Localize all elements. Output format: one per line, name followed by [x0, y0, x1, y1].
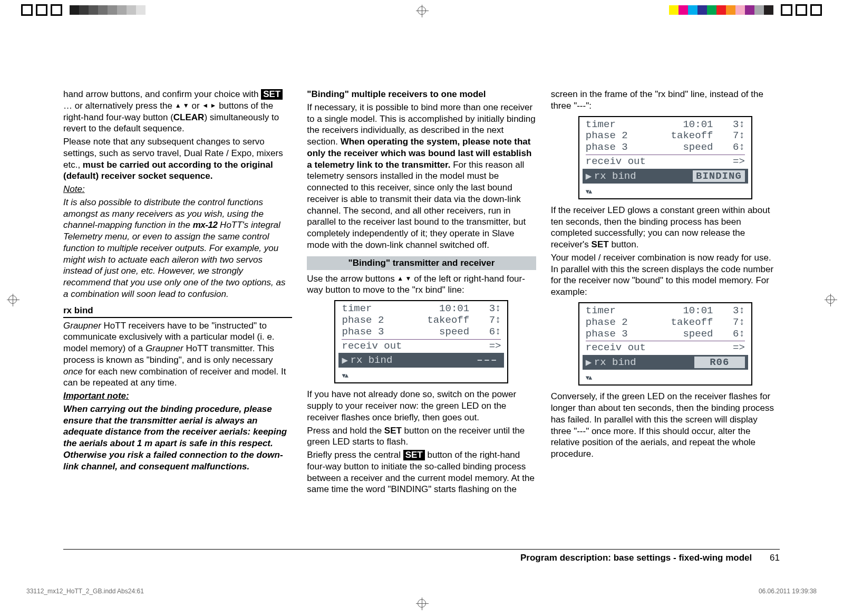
important-heading: Important note: [63, 390, 292, 402]
para: Use the arrow buttons ▲ ▼ of the left or… [307, 273, 536, 296]
para: Conversely, if the green LED on the rece… [551, 391, 780, 460]
color-swatches [660, 5, 773, 15]
lcd-row: timer10:013↕ [579, 119, 751, 131]
lcd-selected-row: ▶ rx bind R06 [583, 355, 748, 370]
lcd-row: phase 3speed6↕ [579, 142, 751, 153]
lcd-footer-arrows: ▼▲ [579, 186, 751, 198]
important-body: When carrying out the binding procedure,… [63, 403, 292, 473]
lcd-rows: timer10:013↕phase 2takeoff7↕phase 3speed… [335, 303, 507, 352]
set-badge: SET [403, 450, 425, 460]
grayscale-swatches [70, 5, 155, 15]
lcd-screen-r06: timer10:013↕phase 2takeoff7↕phase 3speed… [578, 302, 752, 386]
para: If the receiver LED glows a constant gre… [551, 205, 780, 251]
subheading: "Binding" multiple receivers to one mode… [307, 89, 536, 100]
lcd-selected-row: ▶ rx bind ––– [338, 353, 504, 368]
para: screen in the frame of the "rx bind" lin… [551, 89, 780, 112]
lcd-row: phase 2takeoff7↕ [579, 317, 751, 329]
section-rx-bind: rx bind [63, 305, 292, 318]
registration-target-top [418, 6, 426, 15]
lcd-row: phase 2takeoff7↕ [335, 315, 507, 326]
lcd-footer-arrows: ▼▲ [579, 372, 751, 384]
column-2: "Binding" multiple receivers to one mode… [307, 89, 536, 497]
imprint-timestamp: 06.06.2011 19:39:38 [759, 588, 817, 595]
note-heading: Note: [63, 184, 292, 195]
note-body: It is also possible to distribute the co… [63, 197, 292, 300]
lcd-row: receiv out=> [579, 156, 751, 168]
lcd-status-badge: R06 [694, 357, 745, 368]
imprint-line: 33112_mx12_HoTT_2_GB.indd Abs24:61 06.06… [26, 588, 817, 595]
para: Briefly press the central SET button of … [307, 449, 536, 495]
crop-marks-right [781, 4, 822, 16]
para: If necessary, it is possible to bind mor… [307, 102, 536, 251]
column-1: hand arrow buttons, and confirm your cho… [63, 89, 292, 497]
lcd-status-badge: BINDING [693, 170, 745, 182]
set-badge: SET [261, 89, 283, 100]
lcd-row: phase 3speed6↕ [335, 326, 507, 338]
lcd-screen-binding: timer10:013↕phase 2takeoff7↕phase 3speed… [578, 116, 752, 199]
lcd-row: phase 3speed6↕ [579, 329, 751, 340]
lcd-row: timer10:013↕ [335, 303, 507, 315]
lcd-rows: timer10:013↕phase 2takeoff7↕phase 3speed… [579, 305, 751, 354]
lcd-screen-dash: timer10:013↕phase 2takeoff7↕phase 3speed… [334, 300, 508, 383]
gray-heading-bar: "Binding" transmitter and receiver [307, 256, 536, 270]
registration-target-bottom [418, 599, 426, 608]
para: Please note that any subsequent changes … [63, 136, 292, 182]
crop-marks-left [21, 4, 62, 16]
para: Press and hold the SET button on the rec… [307, 425, 536, 448]
footer-title: Program description: base settings - fix… [520, 553, 752, 563]
lcd-row: timer10:013↕ [579, 305, 751, 317]
registration-target-right [826, 295, 835, 304]
page-footer: Program description: base settings - fix… [63, 549, 780, 563]
para: Your model / receiver combination is now… [551, 252, 780, 298]
lcd-status-badge: ––– [450, 354, 501, 366]
registration-target-left [8, 295, 17, 304]
para: hand arrow buttons, and confirm your cho… [63, 89, 292, 134]
lcd-row: phase 2takeoff7↕ [579, 130, 751, 142]
para: If you have not already done so, switch … [307, 389, 536, 423]
imprint-file: 33112_mx12_HoTT_2_GB.indd Abs24:61 [26, 588, 144, 595]
print-registration-marks [0, 4, 843, 17]
para: Graupner HoTT receivers have to be "inst… [63, 320, 292, 389]
lcd-rows: timer10:013↕phase 2takeoff7↕phase 3speed… [579, 119, 751, 168]
lcd-selected-row: ▶ rx bind BINDING [583, 169, 748, 184]
lcd-footer-arrows: ▼▲ [335, 370, 507, 382]
lcd-row: receiv out=> [579, 342, 751, 354]
lcd-row: receiv out=> [335, 341, 507, 352]
column-3: screen in the frame of the "rx bind" lin… [551, 89, 780, 497]
page-content: hand arrow buttons, and confirm your cho… [63, 89, 780, 563]
page-number: 61 [762, 553, 780, 563]
